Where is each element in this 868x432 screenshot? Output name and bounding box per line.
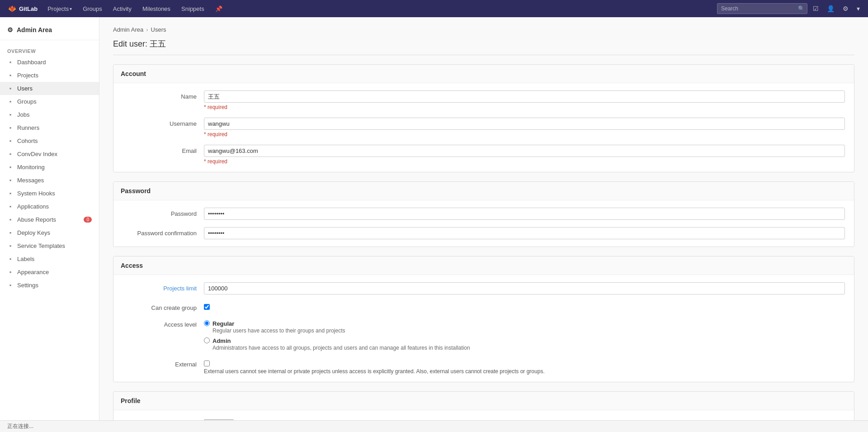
runners-icon: ▪ (7, 124, 14, 131)
projects-icon: ▪ (7, 72, 14, 79)
radio-admin[interactable] (204, 337, 210, 343)
sidebar-item-deploy-keys[interactable]: ▪Deploy Keys (0, 226, 99, 239)
email-control: * required (204, 145, 845, 165)
external-checkbox[interactable] (204, 361, 210, 366)
projects-limit-row: Projects limit (123, 282, 845, 294)
username-input[interactable] (204, 118, 845, 130)
radio-regular-row: Regular Regular users have access to the… (204, 320, 845, 334)
nav-dropdown-icon[interactable]: ▾ (853, 3, 863, 14)
external-row: External External users cannot see inter… (123, 358, 845, 375)
email-input[interactable] (204, 145, 845, 157)
name-input[interactable] (204, 90, 845, 103)
radio-regular[interactable] (204, 320, 210, 326)
sidebar-item-groups[interactable]: ▪Groups (0, 95, 99, 108)
password-section-title: Password (113, 182, 854, 200)
sidebar-item-labels[interactable]: ▪Labels (0, 252, 99, 266)
sidebar-item-runners[interactable]: ▪Runners (0, 121, 99, 134)
account-section-title: Account (113, 65, 854, 83)
radio-admin-text: Admin Administrators have access to all … (212, 337, 470, 351)
breadcrumb-separator: › (146, 26, 148, 33)
radio-regular-desc: Regular users have access to their group… (212, 328, 345, 334)
nav-user-icon[interactable]: 👤 (823, 3, 838, 14)
external-control: External users cannot see internal or pr… (204, 358, 845, 375)
radio-admin-label: Admin (212, 337, 470, 344)
sidebar-item-jobs[interactable]: ▪Jobs (0, 108, 99, 121)
breadcrumb-admin-link[interactable]: Admin Area (113, 26, 143, 33)
nav-todo-icon[interactable]: ☑ (809, 3, 822, 14)
brand-label: GitLab (19, 5, 38, 12)
sidebar-item-dashboard[interactable]: ▪Dashboard (0, 56, 99, 69)
sidebar-item-applications[interactable]: ▪Applications (0, 200, 99, 213)
nav-milestones[interactable]: Milestones (138, 0, 175, 17)
top-navigation: GitLab Projects ▾ Groups Activity Milest… (0, 0, 868, 17)
sidebar-item-settings[interactable]: ▪Settings (0, 279, 99, 292)
nav-activity[interactable]: Activity (108, 0, 136, 17)
breadcrumb-current: Users (151, 26, 166, 33)
radio-admin-row: Admin Administrators have access to all … (204, 337, 845, 351)
sidebar-item-monitoring[interactable]: ▪Monitoring (0, 161, 99, 174)
monitoring-icon: ▪ (7, 164, 14, 171)
access-section: Access Projects limit Can create group (113, 256, 854, 382)
nav-snippets[interactable]: Snippets (177, 0, 209, 17)
jobs-icon: ▪ (7, 111, 14, 118)
name-required-hint: * required (204, 104, 845, 110)
access-section-title: Access (113, 256, 854, 275)
projects-limit-label: Projects limit (123, 282, 204, 292)
sidebar-item-service-templates[interactable]: ▪Service Templates (0, 239, 99, 252)
account-section: Account Name * required Username * requi… (113, 64, 854, 172)
settings-icon: ▪ (7, 282, 14, 289)
radio-regular-text: Regular Regular users have access to the… (212, 320, 345, 334)
password-input[interactable] (204, 208, 845, 220)
access-level-control: Regular Regular users have access to the… (204, 318, 845, 351)
password-confirm-label: Password confirmation (123, 227, 204, 237)
sidebar-item-appearance[interactable]: ▪Appearance (0, 266, 99, 279)
password-confirm-input[interactable] (204, 227, 845, 239)
username-label: Username (123, 118, 204, 127)
sidebar-admin-header: ⚙ Admin Area (0, 22, 99, 40)
sidebar-item-messages[interactable]: ▪Messages (0, 174, 99, 187)
sidebar-item-abuse-reports[interactable]: ▪Abuse Reports 0 (0, 213, 99, 226)
password-form-body: Password Password confirmation (113, 200, 854, 247)
username-row: Username * required (123, 118, 845, 138)
sidebar: ⚙ Admin Area Overview ▪Dashboard ▪Projec… (0, 17, 99, 432)
password-control (204, 208, 845, 220)
cohorts-icon: ▪ (7, 138, 14, 144)
access-level-row: Access level Regular Regular users have … (123, 318, 845, 351)
radio-admin-desc: Administrators have access to all groups… (212, 345, 470, 351)
deploy-icon: ▪ (7, 229, 14, 236)
admin-label: Admin Area (17, 26, 52, 33)
nav-icons: ☑ 👤 ⚙ ▾ (809, 3, 863, 14)
hooks-icon: ▪ (7, 190, 14, 197)
projects-limit-input[interactable] (204, 282, 845, 294)
password-label: Password (123, 208, 204, 217)
appearance-icon: ▪ (7, 269, 14, 275)
dashboard-icon: ▪ (7, 59, 14, 66)
access-level-label: Access level (123, 318, 204, 328)
name-row: Name * required (123, 90, 845, 110)
sidebar-item-convdev[interactable]: ▪ConvDev Index (0, 147, 99, 161)
page-title-user: 王五 (150, 39, 166, 48)
can-create-group-checkbox[interactable] (204, 304, 210, 310)
radio-regular-label: Regular (212, 320, 345, 327)
search-icon: 🔍 (798, 5, 805, 12)
messages-icon: ▪ (7, 177, 14, 184)
projects-dropdown-arrow: ▾ (70, 6, 72, 11)
nav-projects[interactable]: Projects ▾ (43, 0, 76, 17)
sidebar-item-system-hooks[interactable]: ▪System Hooks (0, 187, 99, 200)
search-container: 🔍 (717, 3, 807, 14)
gitlab-logo-icon (8, 5, 16, 13)
sidebar-item-cohorts[interactable]: ▪Cohorts (0, 134, 99, 147)
external-desc: External users cannot see internal or pr… (204, 368, 845, 375)
nav-groups[interactable]: Groups (78, 0, 107, 17)
groups-icon: ▪ (7, 98, 14, 105)
admin-icon: ⚙ (7, 26, 13, 33)
convdev-icon: ▪ (7, 151, 14, 157)
can-create-group-row: Can create group (123, 302, 845, 311)
sidebar-item-users[interactable]: ▪Users (0, 82, 99, 95)
gitlab-brand[interactable]: GitLab (5, 5, 41, 13)
password-section: Password Password Password confirmation (113, 181, 854, 247)
nav-pin[interactable]: 📌 (211, 0, 227, 17)
sidebar-item-projects[interactable]: ▪Projects (0, 69, 99, 82)
search-input[interactable] (717, 3, 807, 14)
nav-settings-icon[interactable]: ⚙ (839, 3, 852, 14)
